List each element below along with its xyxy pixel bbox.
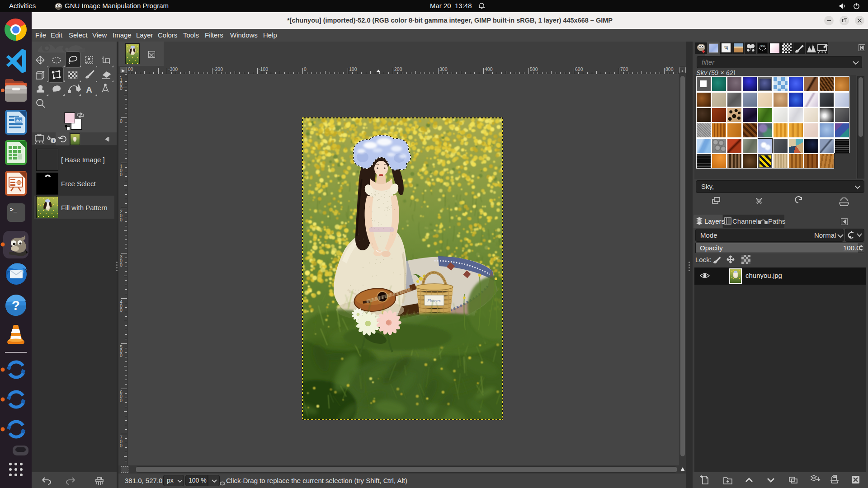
svg-text:>_: >_ <box>10 206 17 213</box>
svg-text:Layers: Layers <box>704 217 725 225</box>
svg-text:Paths: Paths <box>768 217 785 225</box>
svg-text:Flowers: Flowers <box>427 298 441 303</box>
svg-text:TIMES: TIMES <box>760 45 765 47</box>
svg-text:A: A <box>86 85 92 94</box>
svg-text:Channels: Channels <box>732 217 761 225</box>
svg-text:i: i <box>53 138 54 143</box>
